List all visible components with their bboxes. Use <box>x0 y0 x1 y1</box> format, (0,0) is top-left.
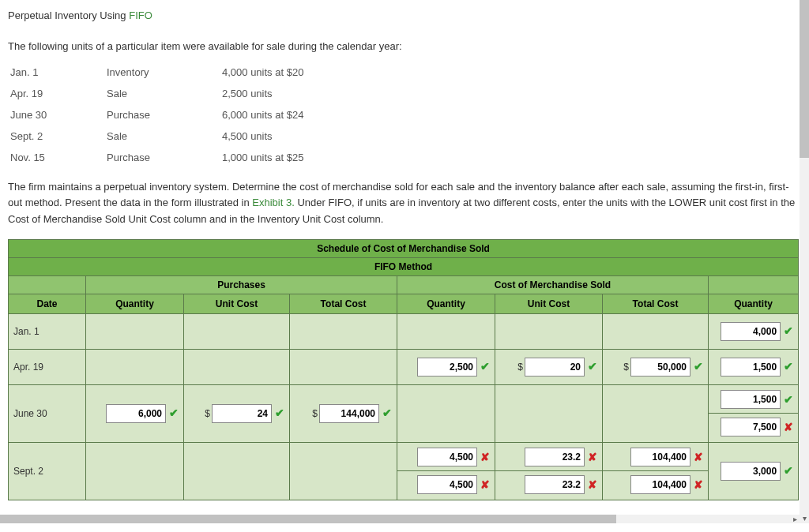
purch-uc-cell: $✔ <box>184 384 290 442</box>
empty-cell <box>184 442 290 500</box>
fifo-link[interactable]: FIFO <box>129 9 152 21</box>
ws-title: Schedule of Cost of Merchandise Sold <box>9 239 799 257</box>
ws-subtitle: FIFO Method <box>9 257 799 275</box>
check-icon: ✔ <box>784 324 793 337</box>
txn-type: Inventory <box>107 62 222 83</box>
transaction-row: Apr. 19Sale2,500 units <box>8 83 427 104</box>
purch-qty-cell: ✔ <box>86 384 184 442</box>
empty-cell <box>397 384 495 442</box>
cross-icon: ✘ <box>588 478 597 491</box>
inv-qty-input[interactable] <box>721 418 781 436</box>
cogs-tc-input[interactable] <box>630 448 690 466</box>
vertical-scroll-thumb[interactable] <box>800 0 809 158</box>
purch-qty-input[interactable] <box>106 404 166 423</box>
cross-icon: ✘ <box>694 451 703 463</box>
cogs-qty-input[interactable] <box>417 475 477 494</box>
col-unit-cost: Unit Cost <box>495 294 603 313</box>
instructions: The firm maintains a perpetual inventory… <box>8 179 800 228</box>
table-row: Apr. 19 ✔ $✔ $✔ ✔ <box>9 349 799 384</box>
txn-desc: 4,000 units at $20 <box>222 62 427 83</box>
txn-type: Purchase <box>107 104 222 126</box>
dollar-sign: $ <box>517 362 523 373</box>
intro-text: The following units of a particular item… <box>8 39 800 55</box>
txn-date: Apr. 19 <box>8 83 107 104</box>
title-prefix: Perpetual Inventory Using <box>8 9 129 21</box>
check-icon: ✔ <box>275 406 284 419</box>
txn-date: Sept. 2 <box>8 126 107 147</box>
txn-desc: 1,000 units at $25 <box>222 147 427 168</box>
inv-qty-input[interactable] <box>721 390 781 409</box>
dollar-sign: $ <box>205 408 210 419</box>
vertical-scrollbar[interactable]: ▾ <box>800 0 809 523</box>
empty-cell <box>184 349 290 384</box>
txn-desc: 2,500 units <box>222 83 427 104</box>
transaction-row: Jan. 1Inventory4,000 units at $20 <box>8 62 427 83</box>
cogs-qty-input[interactable] <box>417 358 477 377</box>
dollar-sign: $ <box>312 408 318 419</box>
col-unit-cost: Unit Cost <box>184 294 290 313</box>
scroll-down-arrow-icon[interactable]: ▾ <box>800 514 809 523</box>
col-qty: Quantity <box>397 294 495 313</box>
group-cogs: Cost of Merchandise Sold <box>397 275 709 294</box>
row-date: Apr. 19 <box>9 349 86 384</box>
table-row: Sept. 2 ✘ ✘ ✘ ✘ ✘ ✘ ✔ <box>9 442 799 500</box>
scroll-right-arrow-icon[interactable]: ▸ <box>791 515 800 523</box>
check-icon: ✔ <box>382 406 392 419</box>
inv-qty-cell: ✔ <box>709 313 799 349</box>
viewport: Perpetual Inventory Using FIFO The follo… <box>0 0 809 532</box>
col-qty: Quantity <box>86 294 184 313</box>
cross-icon: ✘ <box>694 478 703 491</box>
check-icon: ✔ <box>784 393 793 406</box>
table-row: Jan. 1 ✔ <box>9 313 799 349</box>
cross-icon: ✘ <box>480 478 490 491</box>
col-qty: Quantity <box>709 294 799 313</box>
col-spacer <box>9 275 86 294</box>
cogs-qty-input[interactable] <box>417 448 477 466</box>
empty-cell <box>603 313 709 349</box>
cogs-uc-double-cell: ✘ ✘ <box>495 442 603 500</box>
cross-icon: ✘ <box>588 451 597 463</box>
horizontal-scrollbar[interactable]: ▸ <box>0 515 800 523</box>
cogs-uc-input[interactable] <box>525 358 585 377</box>
cross-icon: ✘ <box>784 421 793 433</box>
check-icon: ✔ <box>588 360 597 373</box>
table-row: June 30 ✔ $✔ $✔ ✔ ✘ <box>9 384 799 442</box>
empty-cell <box>290 442 397 500</box>
purch-uc-input[interactable] <box>212 404 272 423</box>
empty-cell <box>290 313 397 349</box>
cogs-tc-input[interactable] <box>630 475 690 494</box>
cogs-uc-input[interactable] <box>525 475 585 494</box>
worksheet-table: Schedule of Cost of Merchandise Sold FIF… <box>8 239 799 500</box>
txn-date: June 30 <box>8 104 107 126</box>
transaction-row: June 30Purchase6,000 units at $24 <box>8 104 427 126</box>
col-spacer <box>709 275 799 294</box>
purch-tc-input[interactable] <box>319 404 379 423</box>
col-total-cost: Total Cost <box>603 294 709 313</box>
txn-date: Nov. 15 <box>8 147 107 168</box>
cogs-tc-input[interactable] <box>630 358 690 377</box>
col-date: Date <box>9 294 86 313</box>
document-content: Perpetual Inventory Using FIFO The follo… <box>0 0 800 523</box>
horizontal-scroll-thumb[interactable] <box>0 515 616 523</box>
empty-cell <box>86 349 184 384</box>
inv-qty-input[interactable] <box>721 358 781 377</box>
exhibit-link[interactable]: Exhibit 3. <box>252 197 294 208</box>
cogs-tc-cell: $✔ <box>603 349 709 384</box>
transactions-table: Jan. 1Inventory4,000 units at $20 Apr. 1… <box>8 62 427 168</box>
inv-qty-cell: ✔ <box>709 349 799 384</box>
dollar-sign: $ <box>623 362 629 373</box>
check-icon: ✔ <box>784 464 793 477</box>
purch-tc-cell: $✔ <box>290 384 397 442</box>
txn-type: Purchase <box>107 147 222 168</box>
check-icon: ✔ <box>169 406 179 419</box>
inv-qty-cell: ✔ <box>709 442 799 500</box>
cogs-uc-input[interactable] <box>525 448 585 466</box>
cogs-tc-double-cell: ✘ ✘ <box>603 442 709 500</box>
cross-icon: ✘ <box>480 451 490 463</box>
empty-cell <box>603 384 709 442</box>
transaction-row: Sept. 2Sale4,500 units <box>8 126 427 147</box>
col-total-cost: Total Cost <box>290 294 397 313</box>
inv-qty-input[interactable] <box>721 322 781 341</box>
inv-qty-input[interactable] <box>721 462 781 481</box>
empty-cell <box>397 313 495 349</box>
